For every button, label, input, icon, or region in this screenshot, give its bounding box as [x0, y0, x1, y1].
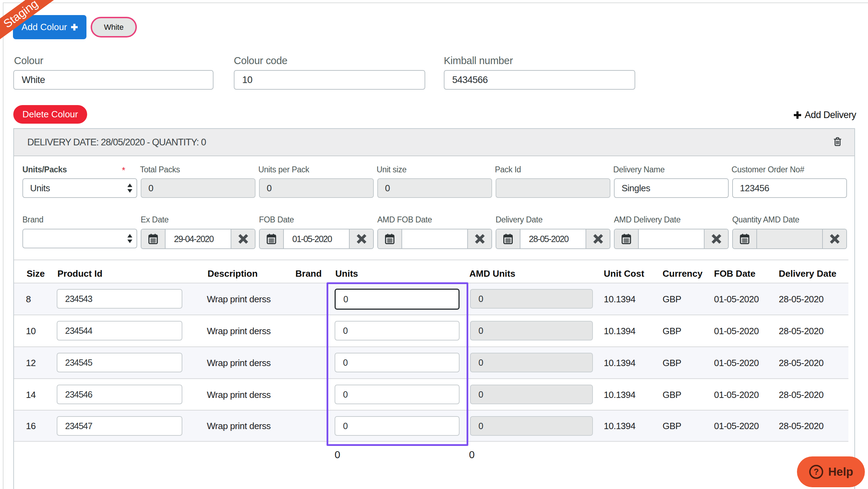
svg-text:?: ?: [814, 467, 819, 476]
